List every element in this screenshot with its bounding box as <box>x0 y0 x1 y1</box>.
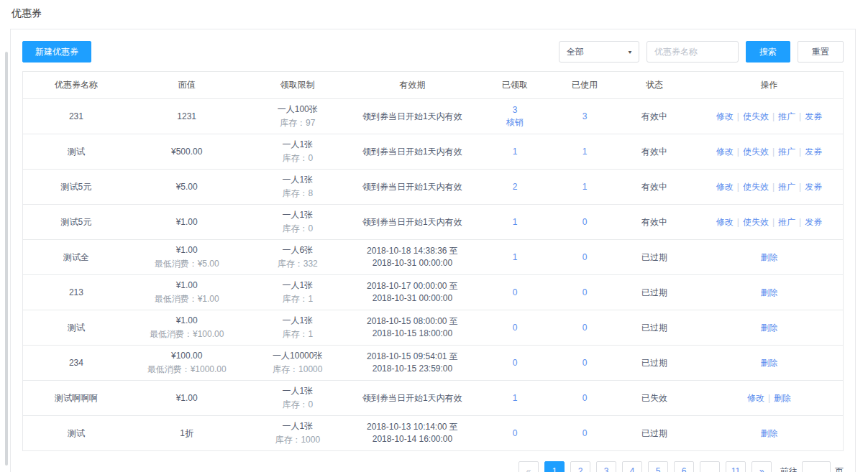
received-count[interactable]: 1 <box>513 252 518 262</box>
page-button-4[interactable]: 4 <box>622 461 642 472</box>
status-filter-select[interactable]: 全部 ▼ <box>559 41 639 63</box>
used-count[interactable]: 1 <box>583 182 588 192</box>
used-count[interactable]: 1 <box>583 147 588 157</box>
promote-link[interactable]: 推广 <box>778 182 795 192</box>
used-count[interactable]: 3 <box>583 111 588 121</box>
page-ellipsis-button[interactable]: ... <box>700 461 720 472</box>
edit-link[interactable]: 修改 <box>716 217 734 227</box>
cell-used: 1 <box>556 170 613 205</box>
status-text: 已过期 <box>641 323 667 333</box>
delete-link[interactable]: 删除 <box>761 252 778 262</box>
toolbar: 新建优惠券 全部 ▼ 搜索 重置 <box>22 41 844 63</box>
received-count[interactable]: 2 <box>513 182 518 192</box>
used-count[interactable]: 0 <box>583 428 588 438</box>
cell-status: 已失效 <box>613 381 695 416</box>
cell-used: 1 <box>556 134 613 170</box>
issue-link[interactable]: 发券 <box>805 182 822 192</box>
delete-link[interactable]: 删除 <box>761 287 778 297</box>
promote-link[interactable]: 推广 <box>778 111 795 121</box>
jumper-label: 前往 <box>780 466 798 472</box>
cell-face-value: ¥5.00 <box>129 170 245 205</box>
stock: 库存：332 <box>247 258 348 270</box>
cell-validity: 2018-10-15 08:00:00 至2018-10-15 18:00:00 <box>351 310 474 346</box>
invalidate-link[interactable]: 使失效 <box>743 217 769 227</box>
claim-limit: 一人1张 <box>247 385 348 397</box>
action-separator: | <box>799 111 801 121</box>
received-count[interactable]: 0 <box>513 428 518 438</box>
edit-link[interactable]: 修改 <box>716 147 734 157</box>
invalidate-link[interactable]: 使失效 <box>743 182 769 192</box>
cell-used: 0 <box>556 275 613 310</box>
received-count[interactable]: 1 <box>513 217 518 227</box>
page-button-11[interactable]: 11 <box>726 461 746 472</box>
face-value: ¥1.00 <box>132 279 242 292</box>
cell-status: 有效中 <box>613 170 695 205</box>
used-count[interactable]: 0 <box>583 393 588 403</box>
column-header-7: 状态 <box>613 72 695 99</box>
delete-link[interactable]: 删除 <box>774 393 791 403</box>
edit-link[interactable]: 修改 <box>747 393 764 403</box>
received-count[interactable]: 1 <box>513 393 518 403</box>
verify-link[interactable]: 核销 <box>506 117 524 127</box>
issue-link[interactable]: 发券 <box>805 111 822 121</box>
cell-actions: 修改|使失效|推广|发券 <box>695 99 843 134</box>
cell-status: 已过期 <box>613 240 695 275</box>
page-button-6[interactable]: 6 <box>674 461 694 472</box>
edit-link[interactable]: 修改 <box>716 111 734 121</box>
used-count[interactable]: 0 <box>583 217 588 227</box>
prev-page-button[interactable]: « <box>518 461 539 472</box>
cell-used: 0 <box>556 346 613 381</box>
issue-link[interactable]: 发券 <box>805 217 822 227</box>
promote-link[interactable]: 推广 <box>778 217 795 227</box>
received-count[interactable]: 0 <box>513 287 518 297</box>
page-button-1[interactable]: 1 <box>544 461 565 472</box>
table-row: 测试¥500.00一人1张库存：0领到券当日开始1天内有效11有效中修改|使失效… <box>23 134 844 170</box>
page-button-2[interactable]: 2 <box>570 461 590 472</box>
reset-button[interactable]: 重置 <box>798 41 844 63</box>
min-spend: 最低消费：¥5.00 <box>132 258 242 270</box>
received-count[interactable]: 3 <box>513 105 518 115</box>
cell-received: 3核销 <box>474 99 556 134</box>
new-coupon-button[interactable]: 新建优惠券 <box>22 41 91 63</box>
validity-line: 领到券当日开始1天内有效 <box>354 146 471 158</box>
page-jumper: 前往页 <box>780 461 844 472</box>
search-button[interactable]: 搜索 <box>746 41 790 63</box>
received-count[interactable]: 0 <box>513 323 518 333</box>
invalidate-link[interactable]: 使失效 <box>743 111 769 121</box>
page-button-5[interactable]: 5 <box>648 461 668 472</box>
used-count[interactable]: 0 <box>583 358 588 368</box>
coupon-panel: 新建优惠券 全部 ▼ 搜索 重置 优惠券名称面值领取限制有效期已领取已使用状态操… <box>10 29 856 472</box>
cell-received: 0 <box>474 346 556 381</box>
cell-name: 测试5元 <box>23 205 129 240</box>
action-separator: | <box>737 111 739 121</box>
cell-name: 测试 <box>23 310 129 346</box>
page-jump-input[interactable] <box>802 461 831 472</box>
cell-face-value: ¥1.00 <box>129 205 245 240</box>
cell-actions: 删除 <box>695 275 843 310</box>
used-count[interactable]: 0 <box>583 252 588 262</box>
cell-limit: 一人1张库存：1 <box>245 275 351 310</box>
validity-line: 2018-10-14 16:00:00 <box>354 433 471 445</box>
coupon-name: 测试5元 <box>26 216 127 228</box>
page-button-3[interactable]: 3 <box>596 461 616 472</box>
issue-link[interactable]: 发券 <box>805 147 822 157</box>
used-count[interactable]: 0 <box>583 323 588 333</box>
next-page-button[interactable]: » <box>751 461 772 472</box>
left-edge-divider <box>5 52 8 466</box>
delete-link[interactable]: 删除 <box>761 428 778 438</box>
used-count[interactable]: 0 <box>583 287 588 297</box>
validity-line: 2018-10-15 09:54:01 至 <box>354 351 471 363</box>
invalidate-link[interactable]: 使失效 <box>743 147 769 157</box>
promote-link[interactable]: 推广 <box>778 147 795 157</box>
delete-link[interactable]: 删除 <box>761 358 778 368</box>
received-count[interactable]: 0 <box>513 358 518 368</box>
received-count[interactable]: 1 <box>513 147 518 157</box>
cell-received: 1 <box>474 134 556 170</box>
coupon-name-input[interactable] <box>647 41 739 63</box>
edit-link[interactable]: 修改 <box>716 182 734 192</box>
status-text: 有效中 <box>641 217 667 227</box>
validity-line: 2018-10-31 00:00:00 <box>354 257 471 269</box>
page-title: 优惠券 <box>0 0 868 29</box>
cell-actions: 删除 <box>695 346 843 381</box>
delete-link[interactable]: 删除 <box>761 323 778 333</box>
